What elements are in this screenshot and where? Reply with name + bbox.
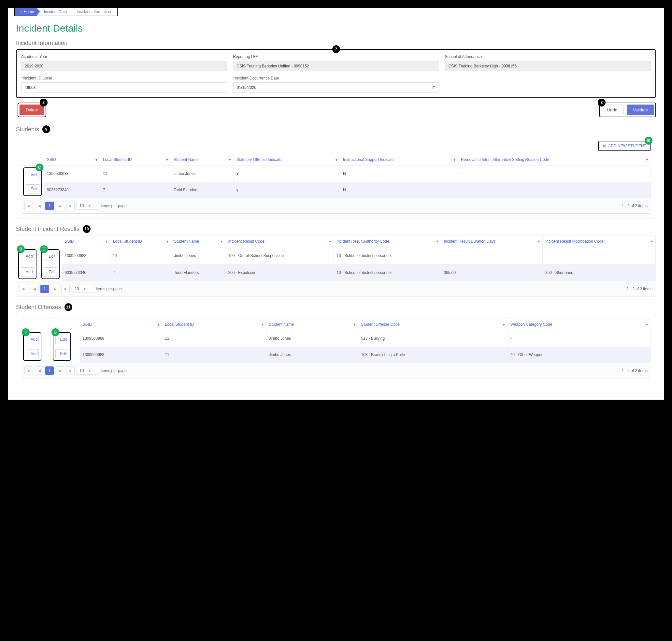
- filter-icon[interactable]: ▼: [453, 158, 456, 162]
- filter-icon[interactable]: ▼: [502, 323, 506, 326]
- col-isi[interactable]: Instructional Support Indicator▼: [340, 154, 458, 165]
- page-title: Incident Details: [16, 23, 656, 34]
- pager-next[interactable]: ▶: [56, 202, 64, 210]
- delete-button[interactable]: Delete: [19, 105, 44, 115]
- col-result-code[interactable]: Incident Result Code▼: [225, 236, 334, 247]
- edit-button[interactable]: Edit: [55, 335, 68, 344]
- section-offenses: Student Offenses 11: [16, 303, 656, 311]
- pager-first[interactable]: ⏮: [25, 366, 33, 375]
- field-school: School of Attendance CSIS Training Berke…: [445, 54, 651, 71]
- col-local-id[interactable]: Local Student ID▼: [110, 236, 171, 247]
- col-local-id[interactable]: Local Student ID▼: [162, 319, 266, 330]
- edit-button[interactable]: Edit: [44, 252, 57, 261]
- col-local-id[interactable]: Local Student ID▼: [100, 154, 171, 165]
- table-row: F Add Add G Edit Edit 13: [21, 330, 651, 347]
- edit-button[interactable]: Edit: [44, 268, 57, 276]
- pager-prev[interactable]: ◀: [35, 366, 43, 375]
- add-button[interactable]: Add: [26, 349, 39, 358]
- add-button[interactable]: Add: [21, 252, 34, 261]
- pager-page-1[interactable]: 1: [40, 285, 49, 293]
- occurrence-date-input[interactable]: [233, 82, 439, 93]
- field-reporting-lea: Reporting LEA CSIS Training Berkeley Uni…: [233, 54, 439, 71]
- field-academic-year: Academic Year 2019-2020: [21, 54, 227, 71]
- calendar-icon[interactable]: 🗓: [432, 85, 436, 90]
- home-icon: ⌂: [19, 10, 22, 14]
- edit-button[interactable]: Edit: [55, 349, 68, 358]
- filter-icon[interactable]: ▼: [166, 240, 169, 243]
- filter-icon[interactable]: ▼: [537, 240, 540, 243]
- pager-last[interactable]: ⏭: [66, 202, 74, 210]
- pager-first[interactable]: ⏮: [19, 285, 28, 293]
- validate-button[interactable]: Validate: [627, 105, 654, 115]
- filter-icon[interactable]: ▼: [228, 158, 231, 162]
- filter-icon[interactable]: ▼: [165, 158, 169, 162]
- breadcrumb-home[interactable]: ⌂ Home: [15, 8, 40, 16]
- col-duration[interactable]: Incident Result Duration Days▼: [441, 236, 543, 247]
- edit-results-annotation: E Edit Edit: [41, 249, 59, 279]
- page-root: ⌂ Home Incident Data Incident Informatio…: [6, 6, 666, 401]
- add-button[interactable]: Add: [21, 268, 34, 276]
- col-ssid[interactable]: SSID▼: [62, 236, 110, 247]
- table-row: 9035273340 7 Todd Flanders y N -: [21, 182, 651, 199]
- filter-icon[interactable]: ▼: [353, 323, 356, 326]
- filter-icon[interactable]: ▼: [650, 240, 654, 243]
- add-button[interactable]: Add: [26, 335, 39, 344]
- pager-page-1[interactable]: 1: [45, 366, 54, 375]
- filter-icon[interactable]: ▼: [95, 158, 98, 162]
- filter-icon[interactable]: ▼: [105, 240, 108, 243]
- filter-icon[interactable]: ▼: [335, 158, 338, 162]
- callout-E: E: [40, 245, 48, 253]
- field-occurrence-date: *Incident Occurrence Date 🗓: [233, 76, 439, 93]
- col-removal[interactable]: Removal to Intrim Alternative Setting Re…: [458, 154, 651, 165]
- pager-page-size[interactable]: 10 ▼: [77, 367, 99, 374]
- breadcrumb-incident-info[interactable]: Incident Information: [70, 8, 116, 16]
- pager-summary: 1 - 2 of 2 items: [627, 287, 653, 291]
- edit-button[interactable]: Edit: [26, 185, 39, 193]
- filter-icon[interactable]: ▼: [220, 240, 223, 243]
- pager-next[interactable]: ▶: [56, 366, 64, 375]
- callout-G: G: [52, 328, 59, 336]
- filter-icon[interactable]: ▼: [645, 158, 648, 162]
- section-results: Student Incident Results 10: [16, 225, 656, 233]
- col-name[interactable]: Student Name▼: [266, 319, 358, 330]
- pager-last[interactable]: ⏭: [61, 285, 70, 293]
- col-ssid[interactable]: SSID▼: [44, 154, 100, 165]
- pager-prev[interactable]: ◀: [35, 202, 43, 210]
- callout-D: D: [17, 245, 25, 253]
- undo-button[interactable]: Undo: [601, 105, 623, 115]
- pager-first[interactable]: ⏮: [25, 202, 33, 210]
- col-soi[interactable]: Statutory Offense Indicator▼: [234, 154, 340, 165]
- col-name[interactable]: Student Name▼: [171, 154, 234, 165]
- callout-B: B: [645, 137, 653, 145]
- table-row: D Add Add E Edit Edit 13: [16, 247, 656, 264]
- add-new-student-button[interactable]: ⊞ ADD NEW STUDENT: [599, 141, 650, 150]
- filter-icon[interactable]: ▼: [436, 240, 439, 243]
- col-ssid[interactable]: SSID▼: [80, 319, 162, 330]
- col-weapon-code[interactable]: Weapon Category Code▼: [507, 319, 650, 330]
- pager-page-size[interactable]: 10 ▼: [72, 285, 94, 293]
- filter-icon[interactable]: ▼: [261, 323, 264, 326]
- callout-7: 7: [332, 45, 340, 53]
- edit-button[interactable]: Edit: [26, 170, 39, 179]
- pager-page-1[interactable]: 1: [45, 202, 54, 210]
- pager-prev[interactable]: ◀: [30, 285, 39, 293]
- breadcrumb: ⌂ Home Incident Data Incident Informatio…: [14, 8, 118, 16]
- incident-info-panel: 7 Academic Year 2019-2020 Reporting LEA …: [16, 49, 656, 98]
- breadcrumb-incident-data[interactable]: Incident Data: [38, 8, 73, 16]
- filter-icon[interactable]: ▼: [328, 240, 332, 243]
- col-name[interactable]: Student Name▼: [172, 236, 225, 247]
- breadcrumb-home-label: Home: [24, 10, 34, 14]
- pager-next[interactable]: ▶: [51, 285, 59, 293]
- filter-icon[interactable]: ▼: [157, 323, 160, 326]
- incident-id-input[interactable]: [21, 82, 228, 93]
- callout-F: F: [22, 328, 30, 336]
- col-offense-code[interactable]: Student Offense Code▼: [358, 319, 507, 330]
- col-authority[interactable]: Incident Result Authority Code▼: [334, 236, 441, 247]
- filter-icon[interactable]: ▼: [645, 323, 648, 326]
- students-panel: B ⊞ ADD NEW STUDENT SSID▼ Local Student …: [16, 136, 656, 219]
- pager-page-size[interactable]: 10 ▼: [77, 202, 99, 210]
- col-modification[interactable]: Incident Result Modification Code▼: [543, 236, 655, 247]
- pager-last[interactable]: ⏭: [66, 366, 74, 375]
- delete-annotation: 8 Delete: [17, 103, 46, 117]
- callout-9: 9: [42, 125, 50, 133]
